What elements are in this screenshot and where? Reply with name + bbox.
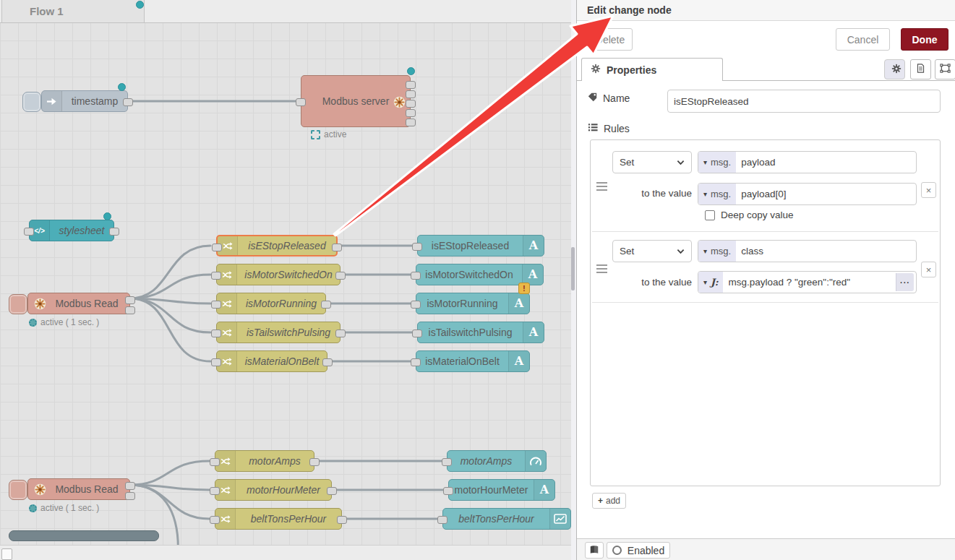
- flow-tabbar[interactable]: Flow 1: [0, 0, 571, 23]
- output-port[interactable]: [321, 301, 331, 309]
- input-port[interactable]: [210, 487, 220, 495]
- output-port[interactable]: [406, 90, 416, 98]
- node-change-isMotorSwitchedOn[interactable]: isMotorSwitchedOn: [216, 264, 341, 285]
- node-modbus-read-2[interactable]: Modbus Read: [27, 478, 130, 500]
- node-label: isMaterialOnBelt: [237, 351, 327, 371]
- appearance-button[interactable]: [935, 59, 955, 79]
- drag-handle[interactable]: [596, 264, 607, 273]
- input-port[interactable]: [412, 329, 422, 337]
- rule1-target-input[interactable]: ▾msg. payload: [698, 151, 917, 173]
- input-port[interactable]: [211, 272, 221, 280]
- input-port[interactable]: [211, 329, 221, 337]
- node-text-motorHourMeter[interactable]: motorHourMeter A: [448, 479, 555, 501]
- output-port[interactable]: [125, 482, 135, 490]
- node-change-isEStopReleased[interactable]: isEStopReleased: [216, 235, 338, 257]
- cancel-button[interactable]: Cancel: [836, 28, 890, 51]
- output-port[interactable]: [125, 306, 135, 314]
- input-port[interactable]: [411, 301, 421, 309]
- node-text-isMotorRunning[interactable]: isMotorRunning A: [416, 293, 530, 314]
- input-port[interactable]: [296, 98, 306, 106]
- input-port[interactable]: [211, 358, 221, 366]
- output-port[interactable]: [406, 100, 416, 108]
- canvas-vertical-scrollbar[interactable]: [571, 0, 576, 560]
- node-chart-beltTonsPerHour[interactable]: beltTonsPerHour: [442, 508, 571, 530]
- output-port[interactable]: [406, 81, 416, 89]
- node-label: motorAmps: [447, 451, 525, 471]
- rule2-delete-button[interactable]: ×: [921, 262, 936, 277]
- enabled-toggle-button[interactable]: Enabled: [607, 542, 670, 559]
- flow-canvas[interactable]: timestamp Modbus server active </> style…: [0, 0, 571, 560]
- rules-section-label: Rules: [588, 123, 630, 134]
- rule1-delete-button[interactable]: ×: [921, 182, 936, 198]
- deep-copy-checkbox[interactable]: [705, 210, 715, 220]
- node-change-motorHourMeter[interactable]: motorHourMeter: [215, 479, 332, 501]
- caret-down-icon: ▾: [703, 247, 707, 255]
- output-port[interactable]: [406, 109, 416, 117]
- horizontal-scrollbar[interactable]: [9, 530, 159, 541]
- input-port[interactable]: [212, 244, 222, 251]
- node-stylesheet[interactable]: </> stylesheet: [29, 220, 114, 241]
- node-text-isMaterialOnBelt[interactable]: isMaterialOnBelt A: [416, 350, 530, 372]
- node-change-isMotorRunning[interactable]: isMotorRunning: [216, 293, 326, 314]
- input-port[interactable]: [211, 301, 221, 309]
- input-port[interactable]: [443, 487, 453, 495]
- footer-button[interactable]: [1, 548, 12, 560]
- node-change-isTailswitchPulsing[interactable]: isTailswitchPulsing: [216, 322, 341, 343]
- node-text-isEStopReleased[interactable]: isEStopReleased A: [417, 235, 544, 257]
- output-port[interactable]: [335, 329, 346, 337]
- output-port[interactable]: [125, 296, 135, 304]
- input-port[interactable]: [412, 243, 422, 251]
- typed-input-msg-chip[interactable]: ▾msg.: [698, 152, 736, 173]
- output-port[interactable]: [322, 358, 333, 366]
- input-port[interactable]: [24, 228, 34, 236]
- rule2-target-input[interactable]: ▾msg. class: [698, 240, 917, 262]
- rule2-action-select[interactable]: Set: [612, 240, 692, 262]
- output-port[interactable]: [337, 516, 347, 524]
- rule1-value-input[interactable]: ▾msg. payload[0]: [698, 183, 917, 205]
- node-change-motorAmps[interactable]: motorAmps: [215, 450, 314, 472]
- output-port[interactable]: [332, 244, 342, 251]
- inject-button[interactable]: [9, 294, 27, 314]
- object-frame-icon: [940, 63, 951, 76]
- output-port[interactable]: [406, 119, 416, 126]
- tab-flow-1[interactable]: Flow 1: [1, 0, 145, 22]
- typed-input-msg-chip[interactable]: ▾msg.: [698, 184, 736, 204]
- scrollbar-thumb[interactable]: [571, 247, 575, 290]
- output-port[interactable]: [309, 458, 320, 466]
- input-port[interactable]: [210, 516, 220, 524]
- node-change-isMaterialOnBelt[interactable]: isMaterialOnBelt: [216, 350, 327, 372]
- rule2-value-input[interactable]: ▾J: msg.payload ? "green":"red" ···: [698, 271, 917, 293]
- drag-handle[interactable]: [596, 182, 607, 191]
- output-port[interactable]: [109, 228, 119, 236]
- node-inject-timestamp[interactable]: timestamp: [41, 90, 128, 112]
- add-rule-button[interactable]: + add: [592, 493, 626, 509]
- delete-button[interactable]: Delete: [588, 28, 633, 51]
- typed-input-msg-chip[interactable]: ▾msg.: [698, 241, 736, 262]
- properties-icon-button[interactable]: [884, 59, 905, 79]
- node-change-beltTonsPerHour[interactable]: beltTonsPerHour: [215, 508, 342, 530]
- expand-expression-button[interactable]: ···: [896, 273, 914, 291]
- name-input[interactable]: [668, 96, 940, 107]
- description-button[interactable]: [910, 59, 931, 79]
- typed-input-expression-chip[interactable]: ▾J:: [698, 272, 723, 293]
- inject-button[interactable]: [9, 480, 27, 500]
- node-modbus-read-1[interactable]: Modbus Read: [27, 293, 130, 314]
- input-port[interactable]: [411, 358, 421, 366]
- node-gauge-motorAmps[interactable]: motorAmps: [447, 450, 547, 472]
- input-port[interactable]: [210, 458, 220, 466]
- output-port[interactable]: [335, 272, 346, 280]
- node-text-isTailswitchPulsing[interactable]: isTailswitchPulsing A: [417, 322, 544, 343]
- rule1-action-select[interactable]: Set: [612, 151, 692, 173]
- node-modbus-server[interactable]: Modbus server: [301, 75, 411, 127]
- input-port[interactable]: [411, 272, 421, 280]
- input-port[interactable]: [437, 516, 447, 524]
- tab-properties[interactable]: Properties: [581, 58, 723, 81]
- node-help-button[interactable]: [585, 542, 604, 559]
- done-button[interactable]: Done: [901, 28, 948, 51]
- output-port[interactable]: [327, 487, 337, 495]
- inject-button[interactable]: [22, 92, 41, 112]
- output-port[interactable]: [125, 492, 135, 500]
- output-port[interactable]: [123, 98, 133, 106]
- input-port[interactable]: [442, 458, 452, 466]
- prefix-text: msg.: [711, 157, 731, 168]
